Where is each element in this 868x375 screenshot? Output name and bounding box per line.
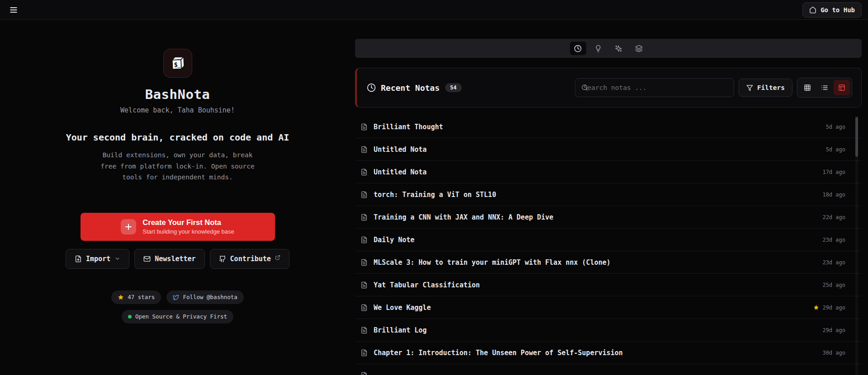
tab-collections-layers-icon[interactable] (631, 42, 647, 55)
notas-list: Brilliant Thought 5d ago Untitled Nota 5… (355, 116, 862, 375)
follow-badge[interactable]: Follow @bashnota (166, 291, 243, 304)
contribute-button[interactable]: Contribute (210, 249, 289, 269)
tab-ideas-lightbulb-icon[interactable] (590, 42, 607, 55)
recent-notas-header-card: Recent Notas 54 Filters (355, 68, 862, 108)
file-up-icon (75, 255, 82, 262)
tab-recent-clock-icon[interactable] (570, 42, 586, 55)
secondary-actions: Import Newsletter Contribute (66, 249, 289, 269)
nota-timestamp: 22d ago (822, 214, 845, 220)
nota-list-item[interactable]: Untitled Nota 5d ago (355, 138, 862, 161)
view-grid-icon[interactable] (799, 80, 816, 95)
nota-title: Chapter 1: Introduction: The Unseen Powe… (374, 349, 623, 357)
nota-list-item[interactable]: Yat Tabular Classification 25d ago (355, 274, 862, 296)
external-link-icon (275, 255, 280, 260)
welcome-message: Welcome back, Taha Bouhsine! (120, 106, 235, 114)
github-stars-badge[interactable]: 47 stars (111, 291, 161, 304)
nota-timestamp: 29d ago (822, 327, 845, 333)
nota-timestamp: 18d ago (822, 192, 845, 198)
nota-list-item[interactable] (355, 364, 862, 375)
github-icon (219, 255, 226, 262)
go-to-hub-label: Go to Hub (821, 6, 855, 14)
import-button[interactable]: Import (66, 249, 129, 269)
filters-label: Filters (757, 84, 785, 91)
nota-title: We Love Kaggle (374, 304, 431, 312)
tab-ai-sparkles-icon[interactable] (611, 42, 627, 55)
welcome-panel: BashNota Welcome back, Taha Bouhsine! Yo… (0, 20, 355, 375)
tagline-heading: Your second brain, cracked on code and A… (65, 131, 291, 143)
file-text-icon (360, 349, 368, 356)
nota-list-item[interactable]: Brilliant Thought 5d ago (355, 116, 862, 138)
app-title: BashNota (145, 87, 210, 102)
nota-list-item[interactable]: Daily Note 23d ago (355, 229, 862, 251)
star-icon (118, 294, 124, 300)
go-to-hub-button[interactable]: Go to Hub (802, 2, 862, 18)
twitter-icon (173, 294, 179, 300)
nota-list-item[interactable]: Untitled Nota 17d ago (355, 161, 862, 183)
nota-title: Brilliant Thought (374, 123, 443, 131)
file-text-icon (360, 281, 368, 289)
filters-button[interactable]: Filters (739, 79, 792, 97)
tagline-description: Build extensions, own your data, break f… (98, 150, 257, 183)
cta-title: Create Your First Nota (142, 218, 234, 227)
nota-timestamp: 5d ago (826, 146, 845, 153)
nota-list-item[interactable]: torch: Training a ViT on STL10 18d ago (355, 183, 862, 206)
nota-list-item[interactable]: MLScale 3: How to train your miniGPT wit… (355, 251, 862, 274)
file-text-icon (360, 372, 368, 375)
hamburger-menu-icon[interactable] (6, 3, 21, 17)
favorite-star-icon (813, 305, 819, 310)
funnel-icon (746, 84, 753, 91)
view-table-icon[interactable] (834, 80, 850, 95)
green-dot-icon (128, 315, 132, 319)
newsletter-button[interactable]: Newsletter (134, 249, 204, 269)
nota-list-item[interactable]: Chapter 1: Introduction: The Unseen Powe… (355, 342, 862, 364)
create-first-nota-button[interactable]: Create Your First Nota Start building yo… (81, 213, 275, 241)
nota-timestamp: 30d ago (822, 350, 845, 356)
search-box (575, 78, 734, 97)
main-area: BashNota Welcome back, Taha Bouhsine! Yo… (0, 20, 868, 375)
nota-title: Daily Note (374, 236, 414, 244)
file-text-icon (360, 327, 368, 334)
notas-count-badge: 54 (445, 83, 461, 92)
workspace-panel: Recent Notas 54 Filters (355, 20, 862, 375)
search-input[interactable] (575, 79, 734, 97)
clock-icon (367, 83, 376, 92)
import-label: Import (86, 255, 110, 263)
nota-timestamp: 17d ago (822, 169, 845, 175)
chevron-down-icon (114, 256, 120, 262)
view-mode-toggle (797, 78, 852, 98)
nota-list-item[interactable]: Brilliant Log 29d ago (355, 319, 862, 342)
social-badges: 47 stars Follow @bashnota (111, 291, 244, 304)
mail-icon (143, 255, 151, 262)
view-switcher-toolbar (355, 39, 862, 58)
plus-icon (121, 219, 136, 234)
file-text-icon (360, 123, 368, 131)
file-text-icon (360, 304, 368, 311)
nota-title: Untitled Nota (374, 145, 427, 154)
cta-subtitle: Start building your knowledge base (142, 228, 234, 235)
nota-list-item[interactable]: We Love Kaggle 29d ago (355, 296, 862, 319)
nota-timestamp: 23d ago (822, 237, 845, 243)
scrollbar[interactable] (855, 116, 858, 375)
scrollbar-thumb[interactable] (855, 117, 858, 157)
file-text-icon (360, 259, 368, 266)
app-root: Go to Hub BashNota Welcome back, Taha Bo… (0, 0, 868, 375)
nota-title: Training a CNN with JAX and NNX: A Deep … (374, 213, 553, 221)
nota-timestamp: 23d ago (822, 259, 845, 266)
nota-title: MLScale 3: How to train your miniGPT wit… (374, 258, 611, 267)
file-text-icon (360, 146, 368, 153)
open-source-badge: Open Source & Privacy First (122, 310, 233, 323)
nota-timestamp: 25d ago (822, 282, 845, 288)
nota-timestamp: 29d ago (822, 305, 845, 311)
open-source-label: Open Source & Privacy First (135, 313, 227, 320)
nota-title: Yat Tabular Classification (374, 281, 480, 289)
nota-list-item[interactable]: Training a CNN with JAX and NNX: A Deep … (355, 206, 862, 229)
file-text-icon (360, 169, 368, 176)
bashnota-logo (163, 49, 192, 78)
file-text-icon (360, 236, 368, 244)
home-icon (809, 6, 816, 14)
nota-title: torch: Training a ViT on STL10 (374, 191, 496, 199)
contribute-label: Contribute (230, 255, 271, 263)
view-list-icon[interactable] (816, 80, 833, 95)
follow-label: Follow @bashnota (183, 294, 237, 300)
nota-title: Untitled Nota (374, 168, 427, 176)
